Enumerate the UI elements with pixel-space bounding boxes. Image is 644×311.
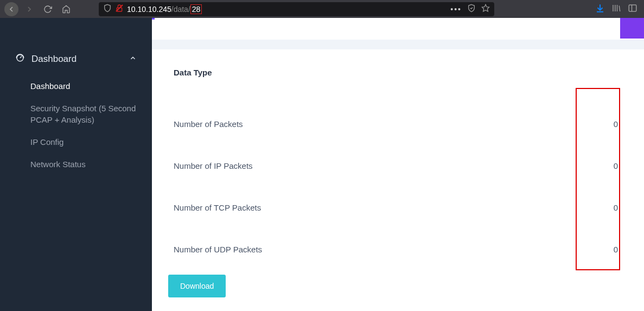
back-button[interactable] <box>4 2 18 16</box>
url-bar[interactable]: 10.10.10.245/data/28 ••• <box>99 2 494 16</box>
downloads-icon[interactable] <box>595 3 605 15</box>
shield-icon <box>103 4 112 14</box>
accent-block <box>620 18 644 39</box>
data-label: Number of UDP Packets <box>174 245 262 254</box>
data-label: Number of Packets <box>174 119 243 129</box>
data-row: Number of UDP Packets0 <box>174 229 622 270</box>
library-icon[interactable] <box>611 3 621 15</box>
reload-button[interactable] <box>40 2 55 17</box>
data-row: Number of TCP Packets0 <box>174 187 622 229</box>
data-value: 0 <box>590 203 622 212</box>
forward-button[interactable] <box>22 2 37 17</box>
sidebar-toggle-icon[interactable] <box>628 3 637 15</box>
sidebar: Dashboard DashboardSecurity Snapshot (5 … <box>0 18 152 311</box>
data-row: Number of IP Packets0 <box>174 145 622 187</box>
sidebar-section-label: Dashboard <box>31 54 76 65</box>
panel-title: Data Type <box>174 68 622 77</box>
browser-toolbar: 10.10.10.245/data/28 ••• <box>0 0 644 18</box>
sidebar-section-dashboard[interactable]: Dashboard <box>0 45 152 73</box>
reader-icon[interactable] <box>467 4 476 14</box>
content-area: Data Type Number of Packets0Number of IP… <box>152 18 644 311</box>
svg-rect-2 <box>629 5 636 11</box>
data-value: 0 <box>590 119 622 129</box>
data-value: 0 <box>590 161 622 170</box>
chevron-up-icon <box>129 54 137 65</box>
toolbar-right <box>595 3 640 15</box>
sidebar-item[interactable]: Network Status <box>0 153 152 175</box>
url-text: 10.10.10.245/data/28 <box>127 5 202 14</box>
data-value: 0 <box>590 245 622 254</box>
top-bar <box>152 18 644 40</box>
dashboard-icon <box>15 53 25 65</box>
data-panel: Data Type Number of Packets0Number of IP… <box>152 49 644 311</box>
sidebar-item[interactable]: Security Snapshot (5 Second PCAP + Analy… <box>0 97 152 131</box>
more-icon[interactable]: ••• <box>450 5 462 14</box>
sidebar-item[interactable]: IP Config <box>0 131 152 153</box>
data-label: Number of TCP Packets <box>174 203 261 212</box>
sidebar-item[interactable]: Dashboard <box>0 75 152 97</box>
data-row: Number of Packets0 <box>174 103 622 145</box>
download-button[interactable]: Download <box>168 275 226 297</box>
bookmark-star-icon[interactable] <box>481 4 490 14</box>
accent-bar <box>152 18 155 20</box>
data-label: Number of IP Packets <box>174 161 253 170</box>
insecure-icon <box>115 4 124 14</box>
home-button[interactable] <box>59 2 74 17</box>
svg-marker-1 <box>482 4 489 11</box>
